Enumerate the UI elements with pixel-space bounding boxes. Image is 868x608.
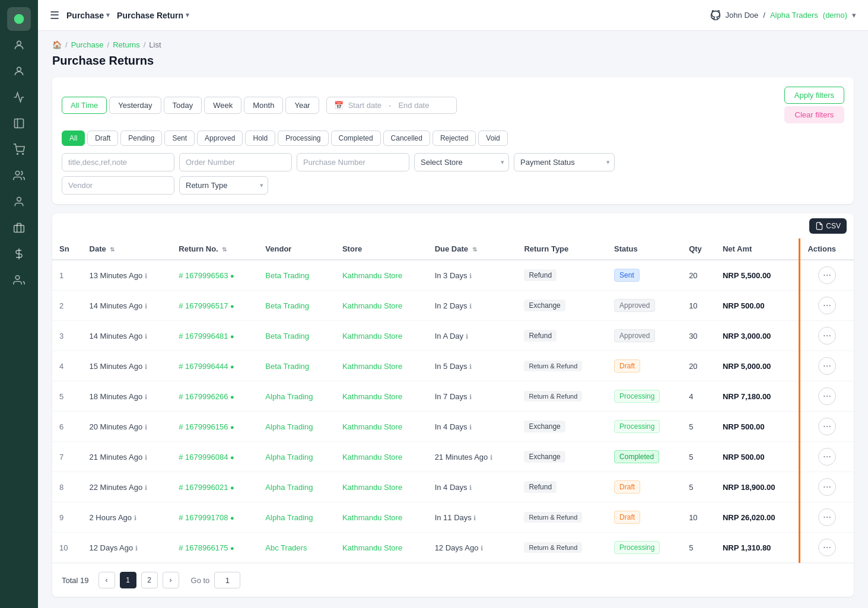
actions-menu-button[interactable]: ⋯ <box>818 418 836 435</box>
col-date[interactable]: Date ⇅ <box>82 238 172 260</box>
cell-vendor[interactable]: Alpha Trading <box>258 412 335 442</box>
actions-menu-button[interactable]: ⋯ <box>818 327 836 345</box>
breadcrumb-returns[interactable]: Returns <box>113 40 140 49</box>
page-1-button[interactable]: 1 <box>120 572 136 588</box>
time-btn-today[interactable]: Today <box>164 97 202 114</box>
due-date-info-icon[interactable]: ℹ <box>481 545 483 552</box>
time-btn-week[interactable]: Week <box>204 97 241 114</box>
cell-vendor[interactable]: Beta Trading <box>258 351 335 381</box>
status-btn-processing[interactable]: Processing <box>278 130 328 146</box>
user-dropdown-icon[interactable]: ▾ <box>852 11 856 20</box>
csv-button[interactable]: CSV <box>809 218 847 234</box>
actions-menu-button[interactable]: ⋯ <box>818 266 836 284</box>
home-icon[interactable]: 🏠 <box>52 40 62 49</box>
date-info-icon[interactable]: ℹ <box>145 363 147 370</box>
time-btn-year[interactable]: Year <box>285 97 319 114</box>
date-info-icon[interactable]: ℹ <box>134 514 136 521</box>
return-no-link[interactable]: # 1679996021 <box>179 483 228 492</box>
time-btn-month[interactable]: Month <box>244 97 283 114</box>
due-date-info-icon[interactable]: ℹ <box>466 333 468 340</box>
payment-status-select[interactable]: Payment Status <box>514 153 615 171</box>
sidebar-icon-briefcase[interactable] <box>7 216 31 240</box>
return-no-link[interactable]: # 1679996444 <box>179 362 228 371</box>
due-date-info-icon[interactable]: ℹ <box>469 393 472 400</box>
cell-store[interactable]: Kathmandu Store <box>335 472 428 502</box>
cell-store[interactable]: Kathmandu Store <box>335 502 428 533</box>
time-btn-all-time[interactable]: All Time <box>62 97 107 114</box>
actions-menu-button[interactable]: ⋯ <box>818 387 836 405</box>
cell-store[interactable]: Kathmandu Store <box>335 291 428 321</box>
cell-vendor[interactable]: Alpha Trading <box>258 381 335 412</box>
status-btn-pending[interactable]: Pending <box>120 130 162 146</box>
status-btn-sent[interactable]: Sent <box>164 130 195 146</box>
status-btn-hold[interactable]: Hold <box>245 130 275 146</box>
cell-store[interactable]: Kathmandu Store <box>335 321 428 351</box>
status-btn-draft[interactable]: Draft <box>87 130 118 146</box>
return-no-link[interactable]: # 1679996563 <box>179 271 228 280</box>
actions-menu-button[interactable]: ⋯ <box>818 357 836 375</box>
cell-vendor[interactable]: Alpha Trading <box>258 502 335 533</box>
time-btn-yesterday[interactable]: Yesterday <box>109 97 161 114</box>
order-number-input[interactable] <box>179 153 292 171</box>
status-btn-cancelled[interactable]: Cancelled <box>383 130 430 146</box>
sidebar-icon-cart[interactable] <box>7 138 31 161</box>
return-type-select[interactable]: Return Type <box>179 176 268 195</box>
cell-store[interactable]: Kathmandu Store <box>335 351 428 381</box>
cell-vendor[interactable]: Beta Trading <box>258 260 335 291</box>
sidebar-icon-person[interactable] <box>7 59 31 83</box>
col-due-date[interactable]: Due Date ⇅ <box>428 238 517 260</box>
sidebar-icon-dollar[interactable] <box>7 242 31 266</box>
date-range-input[interactable]: 📅 Start date - End date <box>326 97 457 114</box>
status-btn-completed[interactable]: Completed <box>331 130 381 146</box>
cell-store[interactable]: Kathmandu Store <box>335 260 428 291</box>
sidebar-icon-building[interactable] <box>7 112 31 135</box>
prev-page-button[interactable]: ‹ <box>98 572 115 588</box>
cell-vendor[interactable]: Abc Traders <box>258 533 335 563</box>
col-return-no[interactable]: Return No. ⇅ <box>171 238 258 260</box>
return-no-link[interactable]: # 1678966175 <box>179 543 228 552</box>
status-btn-rejected[interactable]: Rejected <box>433 130 476 146</box>
cell-vendor[interactable]: Beta Trading <box>258 291 335 321</box>
breadcrumb-purchase[interactable]: Purchase <box>71 40 104 49</box>
cell-vendor[interactable]: Alpha Trading <box>258 472 335 502</box>
date-info-icon[interactable]: ℹ <box>145 484 147 491</box>
status-btn-all[interactable]: All <box>62 130 85 146</box>
date-info-icon[interactable]: ℹ <box>145 272 147 279</box>
clear-filters-button[interactable]: Clear filters <box>784 106 844 123</box>
next-page-button[interactable]: › <box>163 572 179 588</box>
date-info-icon[interactable]: ℹ <box>145 454 147 461</box>
cell-store[interactable]: Kathmandu Store <box>335 381 428 412</box>
status-btn-approved[interactable]: Approved <box>197 130 243 146</box>
date-info-icon[interactable]: ℹ <box>145 303 147 310</box>
select-store[interactable]: Select Store <box>414 153 509 171</box>
date-info-icon[interactable]: ℹ <box>145 393 147 400</box>
purchase-number-input[interactable] <box>297 153 409 171</box>
due-date-info-icon[interactable]: ℹ <box>469 363 472 370</box>
return-no-link[interactable]: # 1679996517 <box>179 301 228 310</box>
date-info-icon[interactable]: ℹ <box>145 424 147 431</box>
return-no-link[interactable]: # 1679996481 <box>179 332 228 340</box>
sidebar-icon-chart[interactable] <box>7 85 31 109</box>
cell-store[interactable]: Kathmandu Store <box>335 442 428 472</box>
due-date-info-icon[interactable]: ℹ <box>473 514 476 521</box>
purchase-nav[interactable]: Purchase ▾ <box>66 11 110 20</box>
cell-store[interactable]: Kathmandu Store <box>335 412 428 442</box>
sidebar-icon-dashboard[interactable] <box>7 7 31 31</box>
date-info-icon[interactable]: ℹ <box>145 333 147 340</box>
actions-menu-button[interactable]: ⋯ <box>818 539 836 556</box>
page-2-button[interactable]: 2 <box>141 572 158 588</box>
actions-menu-button[interactable]: ⋯ <box>818 297 836 314</box>
purchase-return-nav[interactable]: Purchase Return ▾ <box>117 11 189 20</box>
apply-filters-button[interactable]: Apply filters <box>784 87 844 104</box>
vendor-input[interactable] <box>62 176 174 195</box>
actions-menu-button[interactable]: ⋯ <box>818 448 836 466</box>
sidebar-icon-users[interactable] <box>7 33 31 57</box>
status-btn-void[interactable]: Void <box>478 130 507 146</box>
due-date-info-icon[interactable]: ℹ <box>469 272 472 279</box>
due-date-info-icon[interactable]: ℹ <box>469 484 472 491</box>
actions-menu-button[interactable]: ⋯ <box>818 478 836 496</box>
goto-input[interactable] <box>214 572 240 588</box>
return-no-link[interactable]: # 1679996084 <box>179 453 228 461</box>
actions-menu-button[interactable]: ⋯ <box>818 508 836 526</box>
menu-icon[interactable]: ☰ <box>50 9 59 22</box>
